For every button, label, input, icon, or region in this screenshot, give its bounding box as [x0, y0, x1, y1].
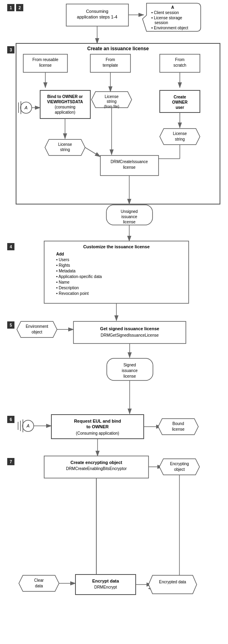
add-item-1: • Users: [56, 258, 69, 262]
from-scratch-text-1: From: [175, 57, 184, 62]
clear-data-text-2: data: [35, 584, 43, 588]
step-badge-1-text: 1: [10, 6, 12, 10]
signed-license-text-3: license: [123, 374, 136, 378]
from-scratch-text-2: scratch: [173, 63, 186, 67]
from-template-text-2: template: [103, 63, 118, 67]
clear-data-shape: [19, 575, 59, 591]
encrypt-data-box: [75, 574, 136, 595]
license-string-out-text-2: string: [175, 137, 185, 141]
callout-item-3: session: [155, 20, 168, 25]
encrypting-obj-shape: [159, 459, 200, 475]
add-item-4: • Application-specific data: [56, 274, 102, 279]
customize-title: Customize the issuance license: [83, 244, 150, 249]
encrypting-obj-text-1: Encrypting: [170, 462, 189, 466]
license-string-bind-text-1: License: [58, 142, 72, 147]
step-badge-5-text: 5: [10, 323, 12, 327]
step-badge-7-text: 7: [10, 460, 12, 464]
add-item-3: • Metadata: [56, 269, 75, 273]
from-reusable-text-1: From reusable: [33, 57, 59, 62]
step-badge-2-text: 2: [18, 6, 21, 10]
env-object-text-2: object: [32, 330, 43, 334]
consuming-app-text-1: Consuming: [86, 9, 108, 14]
env-object-shape: [17, 321, 57, 337]
clear-data-text-1: Clear: [34, 578, 44, 583]
unsigned-license-text-1: Unsigned: [121, 209, 138, 214]
bind-text-4: application): [55, 110, 75, 114]
encrypt-data-text-2: DRMEncrypt: [94, 585, 117, 589]
bind-text-3: (consuming: [55, 105, 75, 109]
callout-a-label: A: [171, 5, 174, 10]
bound-license-shape: [158, 419, 198, 435]
step3-title: Create an issuance license: [87, 46, 149, 51]
add-label: Add: [56, 252, 64, 256]
a-label-step3: A: [24, 105, 27, 110]
license-string-out-shape: [160, 129, 200, 145]
add-item-5: • Name: [56, 280, 69, 284]
get-signed-text-2: DRMGetSignedIssuanceLicense: [101, 333, 159, 337]
create-encrypt-text-1: Create encrypting object: [71, 460, 122, 465]
encrypt-data-text-1: Encrypt data: [92, 579, 120, 583]
signed-license-text-2: issuance: [122, 368, 138, 373]
callout-item-2: • License storage: [151, 16, 182, 20]
license-string-out-text-1: License: [173, 131, 187, 136]
callout-item-1: • Client session: [151, 10, 179, 15]
create-owner-text-1: Create: [173, 95, 186, 99]
signed-license-text-1: Signed: [123, 363, 136, 367]
drm-create-text-1: DRMCreateIssuance: [111, 159, 148, 164]
license-string-file-text-2: string: [107, 99, 116, 104]
encrypted-data-shape: [149, 575, 197, 594]
unsigned-license-text-2: issuance: [121, 215, 137, 219]
get-signed-box: [73, 321, 186, 343]
bind-text-2: VIEWRIGHTSDATA: [47, 100, 83, 104]
a-label-step6: A: [26, 423, 29, 428]
eul-text-2: to OWNER: [86, 424, 109, 429]
drm-create-text-2: license: [123, 165, 136, 170]
step-badge-4-text: 4: [10, 245, 12, 249]
create-owner-text-3: user: [175, 105, 184, 110]
license-string-file-text-1: License: [105, 94, 119, 99]
step-badge-6-text: 6: [10, 417, 12, 422]
add-item-6: • Description: [56, 286, 79, 290]
encrypted-data-text-1: Encrypted data: [159, 580, 186, 584]
unsigned-license-text-3: license: [123, 220, 136, 224]
bound-license-text-2: license: [172, 427, 185, 431]
consuming-app-text-2: application steps 1-4: [77, 14, 118, 19]
callout-item-4: • Environment object: [151, 26, 188, 30]
add-item-2: • Rights: [56, 263, 70, 268]
step-badge-3-text: 3: [10, 48, 12, 52]
get-signed-text-1: Get signed issuance license: [100, 326, 159, 331]
encrypting-obj-text-2: object: [174, 467, 185, 472]
eul-text-3: (Consuming application): [76, 431, 119, 435]
bind-text-1: Bind to OWNER or: [47, 94, 83, 99]
bound-license-text-1: Bound: [173, 421, 184, 426]
create-owner-text-2: OWNER: [172, 100, 188, 104]
license-string-bind-text-2: string: [60, 147, 70, 152]
env-object-text-1: Environment: [26, 324, 48, 329]
eul-text-1: Request EUL and bind: [74, 419, 121, 423]
create-encrypt-text-2: DRMCreateEnablingBitsEncryptor: [66, 466, 127, 471]
from-template-text-1: From: [106, 57, 115, 62]
add-item-7: • Revocation point: [56, 291, 89, 296]
from-reusable-text-2: license: [39, 63, 52, 67]
